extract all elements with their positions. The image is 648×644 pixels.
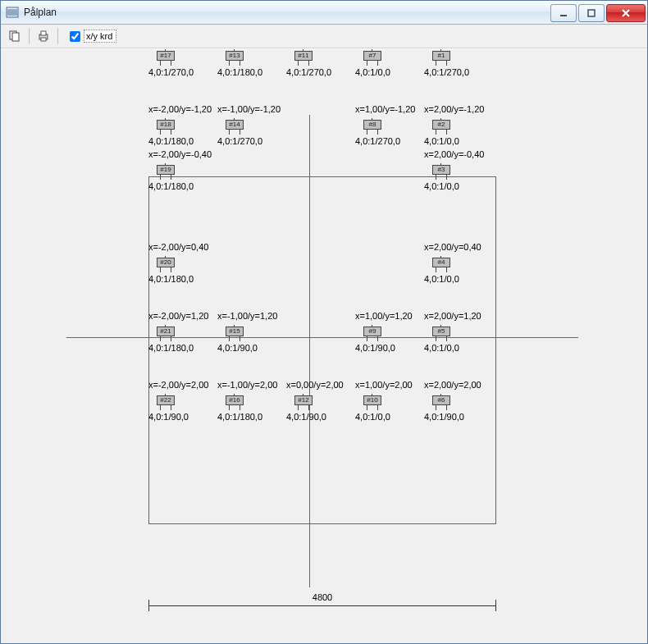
pile-icon: #15 bbox=[226, 325, 244, 341]
axis-horizontal bbox=[66, 337, 578, 338]
pile-marker[interactable]: x=-2,00/y=1,20#214,0:1/180,0 bbox=[148, 311, 217, 354]
pile-inclination: 4,0:1/180,0 bbox=[217, 67, 286, 78]
pile-symbol: #20 bbox=[157, 254, 217, 272]
pile-icon: #3 bbox=[432, 163, 450, 180]
pile-icon: #16 bbox=[226, 394, 244, 410]
pile-marker[interactable]: x=-1,00/y=-1,20#144,0:1/270,0 bbox=[217, 104, 286, 147]
pile-inclination: 4,0:1/180,0 bbox=[148, 181, 217, 192]
toolbar-separator bbox=[57, 28, 58, 44]
pile-coord: x=1,00/y=2,00 bbox=[355, 380, 424, 391]
svg-rect-7 bbox=[560, 15, 567, 16]
pile-plan-canvas[interactable]: x=-2,00/y=-2,00#174,0:1/270,0x=-1,00/y=-… bbox=[1, 49, 647, 643]
pile-marker[interactable]: x=1,00/y=2,00#104,0:1/0,0 bbox=[355, 380, 424, 422]
pile-coord: x=-2,00/y=-1,20 bbox=[148, 104, 217, 115]
pile-marker[interactable]: x=1,00/y=-1,20#84,0:1/270,0 bbox=[355, 104, 424, 147]
app-icon bbox=[6, 6, 19, 19]
pile-marker[interactable]: x=2,00/y=-0,40#34,0:1/0,0 bbox=[424, 149, 493, 192]
pile-marker[interactable]: x=-2,00/y=-2,00#174,0:1/270,0 bbox=[148, 48, 217, 78]
pile-inclination: 4,0:1/0,0 bbox=[424, 343, 493, 354]
pile-symbol: #17 bbox=[157, 48, 217, 66]
titlebar-left: Pålplan bbox=[6, 6, 57, 19]
pile-icon: #12 bbox=[294, 394, 313, 410]
svg-rect-12 bbox=[12, 33, 19, 41]
pile-coord: x=-2,00/y=1,20 bbox=[148, 311, 217, 322]
pile-coord: x=-2,00/y=0,40 bbox=[148, 242, 217, 253]
svg-rect-14 bbox=[41, 31, 46, 35]
pile-inclination: 4,0:1/180,0 bbox=[217, 412, 286, 422]
pile-symbol: #10 bbox=[363, 392, 424, 410]
pile-inclination: 4,0:1/90,0 bbox=[355, 343, 424, 354]
pile-symbol: #6 bbox=[432, 392, 493, 410]
pile-inclination: 4,0:1/0,0 bbox=[355, 412, 424, 422]
pile-symbol: #14 bbox=[226, 116, 286, 135]
pile-coord: x=2,00/y=-1,20 bbox=[424, 104, 493, 115]
pile-symbol: #18 bbox=[157, 116, 217, 135]
pile-icon: #22 bbox=[157, 394, 175, 410]
pile-inclination: 4,0:1/90,0 bbox=[424, 412, 493, 422]
pile-icon: #5 bbox=[432, 325, 450, 341]
pile-symbol: #4 bbox=[432, 254, 493, 272]
pile-marker[interactable]: x=2,00/y=0,40#44,0:1/0,0 bbox=[424, 242, 493, 285]
pile-icon: #19 bbox=[157, 163, 175, 180]
maximize-button[interactable] bbox=[578, 4, 605, 22]
pile-coord: x=2,00/y=1,20 bbox=[424, 311, 493, 322]
pile-icon: #13 bbox=[226, 49, 244, 66]
dimension-line: 4800 bbox=[148, 597, 496, 622]
pile-symbol: #1 bbox=[432, 48, 493, 66]
pile-icon: #9 bbox=[363, 325, 381, 341]
pile-marker[interactable]: x=-2,00/y=0,40#204,0:1/180,0 bbox=[148, 242, 217, 285]
copy-icon bbox=[8, 30, 21, 43]
pile-symbol: #22 bbox=[157, 392, 217, 410]
pile-icon: #17 bbox=[157, 49, 175, 66]
pile-inclination: 4,0:1/0,0 bbox=[424, 181, 493, 192]
pile-inclination: 4,0:1/90,0 bbox=[148, 412, 217, 422]
pile-coord: x=1,00/y=1,20 bbox=[355, 311, 424, 322]
pile-marker[interactable]: x=-1,00/y=-2,00#134,0:1/180,0 bbox=[217, 48, 286, 78]
svg-rect-15 bbox=[41, 38, 46, 41]
pile-icon: #14 bbox=[226, 118, 244, 135]
pile-marker[interactable]: x=1,00/y=-2,00#74,0:1/0,0 bbox=[355, 48, 424, 78]
pile-marker[interactable]: x=-2,00/y=-1,20#184,0:1/180,0 bbox=[148, 104, 217, 147]
pile-marker[interactable]: x=2,00/y=-1,20#24,0:1/0,0 bbox=[424, 104, 493, 147]
print-button[interactable] bbox=[34, 27, 52, 45]
pile-marker[interactable]: x=-2,00/y=2,00#224,0:1/90,0 bbox=[148, 380, 217, 422]
pile-inclination: 4,0:1/180,0 bbox=[148, 136, 217, 147]
pile-marker[interactable]: x=1,00/y=1,20#94,0:1/90,0 bbox=[355, 311, 424, 354]
pile-coord: x=-1,00/y=2,00 bbox=[217, 380, 286, 391]
pile-icon: #1 bbox=[432, 49, 450, 66]
pile-marker[interactable]: x=2,00/y=2,00#64,0:1/90,0 bbox=[424, 380, 493, 422]
titlebar: Pålplan bbox=[1, 1, 647, 25]
pile-coord: x=2,00/y=2,00 bbox=[424, 380, 493, 391]
pile-inclination: 4,0:1/0,0 bbox=[355, 67, 424, 78]
pile-marker[interactable]: x=2,00/y=1,20#54,0:1/0,0 bbox=[424, 311, 493, 354]
pile-icon: #8 bbox=[363, 118, 381, 135]
xy-coord-checkbox[interactable]: x/y krd bbox=[70, 30, 116, 43]
window-title: Pålplan bbox=[24, 7, 57, 18]
pile-symbol: #3 bbox=[432, 162, 493, 180]
pile-icon: #4 bbox=[432, 256, 450, 272]
pile-marker[interactable]: x=-1,00/y=1,20#154,0:1/90,0 bbox=[217, 311, 286, 354]
pile-coord: x=-1,00/y=1,20 bbox=[217, 311, 286, 322]
pile-marker[interactable]: x=-1,00/y=2,00#164,0:1/180,0 bbox=[217, 380, 286, 422]
pile-icon: #18 bbox=[157, 118, 175, 135]
pile-symbol: #13 bbox=[226, 48, 286, 66]
pile-symbol: #5 bbox=[432, 323, 493, 341]
pile-coord: x=2,00/y=-0,40 bbox=[424, 149, 493, 160]
pile-symbol: #8 bbox=[363, 116, 424, 135]
pile-symbol: #15 bbox=[226, 323, 286, 341]
xy-coord-checkbox-input[interactable] bbox=[70, 31, 80, 42]
pile-marker[interactable]: x=0,00/y=2,00#124,0:1/90,0 bbox=[286, 380, 355, 422]
pile-inclination: 4,0:1/270,0 bbox=[217, 136, 286, 147]
pile-inclination: 4,0:1/180,0 bbox=[148, 274, 217, 285]
pile-marker[interactable]: x=2,00/y=-2,00#14,0:1/270,0 bbox=[424, 48, 493, 78]
copy-button[interactable] bbox=[6, 27, 24, 45]
pile-marker[interactable]: x=-2,00/y=-0,40#194,0:1/180,0 bbox=[148, 149, 217, 192]
pile-inclination: 4,0:1/270,0 bbox=[355, 136, 424, 147]
pile-coord: x=-2,00/y=-0,40 bbox=[148, 149, 217, 160]
minimize-button[interactable] bbox=[550, 4, 577, 22]
close-button[interactable] bbox=[606, 4, 646, 22]
pile-coord: x=-1,00/y=-1,20 bbox=[217, 104, 286, 115]
toolbar: x/y krd bbox=[1, 25, 647, 48]
pile-marker[interactable]: x=0,00/y=-2,00#114,0:1/270,0 bbox=[286, 48, 355, 78]
pile-inclination: 4,0:1/0,0 bbox=[424, 136, 493, 147]
